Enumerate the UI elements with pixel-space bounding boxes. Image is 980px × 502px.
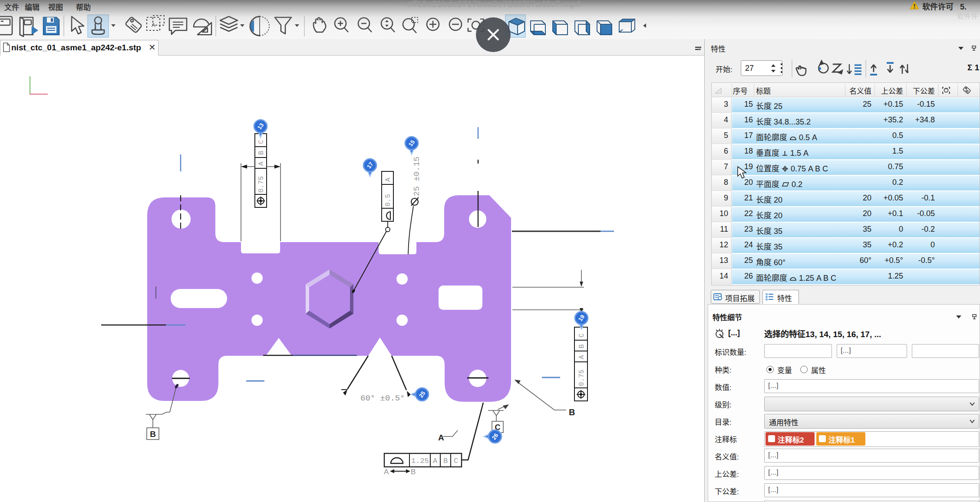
svg-text:0.75: 0.75 (257, 176, 265, 193)
svg-text:A: A (578, 355, 586, 359)
svg-text:60° ±0.5°: 60° ±0.5° (360, 394, 405, 403)
svg-text:0.75: 0.75 (578, 370, 586, 386)
svg-text:25 ±0.15: 25 ±0.15 (412, 157, 422, 196)
svg-text:0.5: 0.5 (384, 194, 392, 207)
svg-text:A: A (257, 161, 265, 166)
svg-text:B: B (569, 407, 575, 417)
svg-text:C: C (578, 333, 586, 338)
svg-text:B: B (257, 151, 265, 155)
svg-text:C: C (257, 140, 265, 144)
svg-text:A: A (384, 468, 389, 476)
svg-text:A: A (438, 433, 444, 442)
svg-text:B: B (150, 430, 156, 439)
svg-text:B: B (443, 457, 448, 465)
svg-text:B: B (411, 468, 416, 476)
svg-text:A: A (152, 22, 155, 28)
svg-text:C: C (454, 457, 458, 465)
svg-text:B: B (578, 344, 586, 348)
svg-text:A: A (384, 177, 392, 182)
svg-text:1.25: 1.25 (411, 457, 429, 465)
svg-text:A: A (433, 457, 438, 465)
